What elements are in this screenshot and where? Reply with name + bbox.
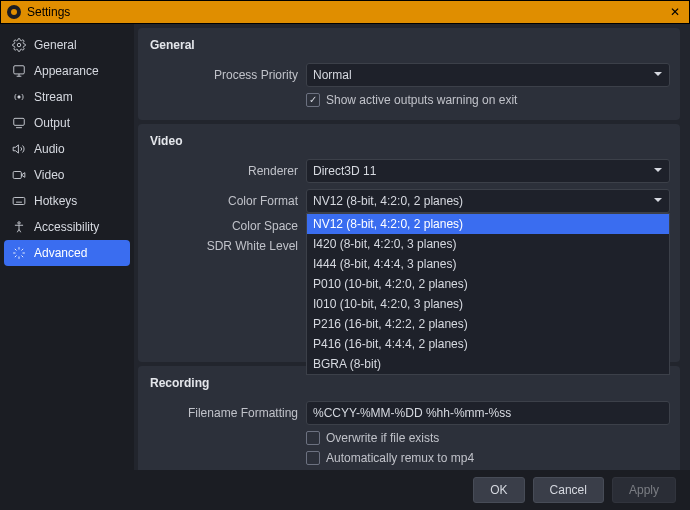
chevron-down-icon bbox=[653, 164, 663, 178]
sidebar-item-audio[interactable]: Audio bbox=[4, 136, 130, 162]
filename-formatting-label: Filename Formatting bbox=[148, 406, 298, 420]
window-title: Settings bbox=[27, 5, 667, 19]
show-active-outputs-label: Show active outputs warning on exit bbox=[326, 93, 517, 107]
button-bar: OK Cancel Apply bbox=[0, 470, 690, 510]
select-value: NV12 (8-bit, 4:2:0, 2 planes) bbox=[313, 194, 463, 208]
sidebar-item-label: Stream bbox=[34, 90, 73, 104]
ok-button[interactable]: OK bbox=[473, 477, 524, 503]
sidebar-item-label: Video bbox=[34, 168, 64, 182]
svg-rect-4 bbox=[13, 172, 21, 179]
show-active-outputs-checkbox[interactable] bbox=[306, 93, 320, 107]
audio-icon bbox=[12, 142, 26, 156]
sidebar-item-label: General bbox=[34, 38, 77, 52]
video-icon bbox=[12, 168, 26, 182]
sidebar-item-label: Appearance bbox=[34, 64, 99, 78]
app-logo-icon bbox=[7, 5, 21, 19]
apply-button[interactable]: Apply bbox=[612, 477, 676, 503]
sidebar-item-label: Accessibility bbox=[34, 220, 99, 234]
paint-icon bbox=[12, 64, 26, 78]
dropdown-option[interactable]: P416 (16-bit, 4:4:4, 2 planes) bbox=[307, 334, 669, 354]
output-icon bbox=[12, 116, 26, 130]
dropdown-option[interactable]: I420 (8-bit, 4:2:0, 3 planes) bbox=[307, 234, 669, 254]
select-value: Direct3D 11 bbox=[313, 164, 376, 178]
overwrite-label: Overwrite if file exists bbox=[326, 431, 439, 445]
svg-rect-3 bbox=[14, 118, 25, 125]
dropdown-option[interactable]: I010 (10-bit, 4:2:0, 3 planes) bbox=[307, 294, 669, 314]
sidebar-item-label: Hotkeys bbox=[34, 194, 77, 208]
svg-point-0 bbox=[17, 43, 21, 47]
svg-rect-1 bbox=[14, 66, 25, 74]
group-recording: Recording Filename Formatting %CCYY-%MM-… bbox=[138, 366, 680, 470]
content-pane[interactable]: General Process Priority Normal Show act… bbox=[134, 24, 690, 470]
gear-icon bbox=[12, 38, 26, 52]
color-space-label: Color Space bbox=[148, 219, 298, 233]
sidebar-item-advanced[interactable]: Advanced bbox=[4, 240, 130, 266]
sidebar-item-label: Output bbox=[34, 116, 70, 130]
group-title: General bbox=[148, 32, 670, 60]
input-value: %CCYY-%MM-%DD %hh-%mm-%ss bbox=[313, 406, 511, 420]
sidebar-item-label: Audio bbox=[34, 142, 65, 156]
accessibility-icon bbox=[12, 220, 26, 234]
auto-remux-checkbox[interactable] bbox=[306, 451, 320, 465]
svg-point-6 bbox=[18, 222, 20, 224]
dropdown-option[interactable]: BGRA (8-bit) bbox=[307, 354, 669, 374]
app-body: General Appearance Stream Output Audio V… bbox=[0, 24, 690, 470]
broadcast-icon bbox=[12, 90, 26, 104]
sidebar-item-video[interactable]: Video bbox=[4, 162, 130, 188]
sidebar: General Appearance Stream Output Audio V… bbox=[0, 24, 134, 470]
group-title: Video bbox=[148, 128, 670, 156]
dropdown-option[interactable]: NV12 (8-bit, 4:2:0, 2 planes) bbox=[307, 214, 669, 234]
advanced-icon bbox=[12, 246, 26, 260]
chevron-down-icon bbox=[653, 68, 663, 82]
sidebar-item-appearance[interactable]: Appearance bbox=[4, 58, 130, 84]
group-video: Video Renderer Direct3D 11 Color Format … bbox=[138, 124, 680, 362]
keyboard-icon bbox=[12, 194, 26, 208]
sidebar-item-stream[interactable]: Stream bbox=[4, 84, 130, 110]
color-format-label: Color Format bbox=[148, 194, 298, 208]
auto-remux-label: Automatically remux to mp4 bbox=[326, 451, 474, 465]
sidebar-item-accessibility[interactable]: Accessibility bbox=[4, 214, 130, 240]
sidebar-item-label: Advanced bbox=[34, 246, 87, 260]
renderer-select[interactable]: Direct3D 11 bbox=[306, 159, 670, 183]
dropdown-option[interactable]: P010 (10-bit, 4:2:0, 2 planes) bbox=[307, 274, 669, 294]
select-value: Normal bbox=[313, 68, 352, 82]
titlebar: Settings ✕ bbox=[0, 0, 690, 24]
filename-formatting-input[interactable]: %CCYY-%MM-%DD %hh-%mm-%ss bbox=[306, 401, 670, 425]
color-format-select[interactable]: NV12 (8-bit, 4:2:0, 2 planes) bbox=[306, 189, 670, 213]
color-format-dropdown: NV12 (8-bit, 4:2:0, 2 planes) I420 (8-bi… bbox=[306, 213, 670, 375]
svg-rect-5 bbox=[13, 198, 25, 205]
dropdown-option[interactable]: P216 (16-bit, 4:2:2, 2 planes) bbox=[307, 314, 669, 334]
chevron-down-icon bbox=[653, 194, 663, 208]
dropdown-option[interactable]: I444 (8-bit, 4:4:4, 3 planes) bbox=[307, 254, 669, 274]
window-close-button[interactable]: ✕ bbox=[667, 5, 683, 19]
process-priority-select[interactable]: Normal bbox=[306, 63, 670, 87]
renderer-label: Renderer bbox=[148, 164, 298, 178]
group-general: General Process Priority Normal Show act… bbox=[138, 28, 680, 120]
sidebar-item-output[interactable]: Output bbox=[4, 110, 130, 136]
sdr-white-level-label: SDR White Level bbox=[148, 239, 298, 253]
overwrite-checkbox[interactable] bbox=[306, 431, 320, 445]
cancel-button[interactable]: Cancel bbox=[533, 477, 604, 503]
sidebar-item-hotkeys[interactable]: Hotkeys bbox=[4, 188, 130, 214]
process-priority-label: Process Priority bbox=[148, 68, 298, 82]
sidebar-item-general[interactable]: General bbox=[4, 32, 130, 58]
svg-point-2 bbox=[18, 96, 20, 98]
